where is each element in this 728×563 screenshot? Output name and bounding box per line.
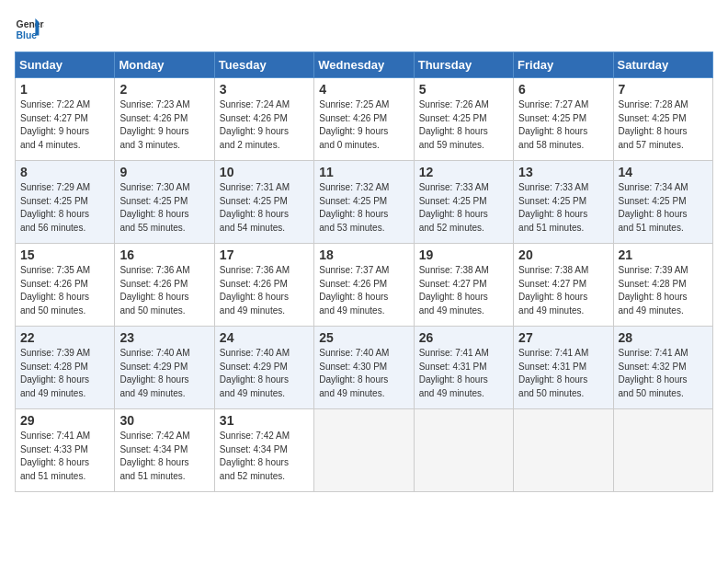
- day-info: Sunrise: 7:41 AM Sunset: 4:33 PM Dayligh…: [20, 430, 109, 483]
- day-number: 2: [119, 82, 209, 97]
- day-info: Sunrise: 7:31 AM Sunset: 4:25 PM Dayligh…: [220, 181, 309, 235]
- day-number: 30: [119, 413, 209, 428]
- day-info: Sunrise: 7:41 AM Sunset: 4:31 PM Dayligh…: [518, 347, 608, 400]
- calendar-cell: 21Sunrise: 7:39 AM Sunset: 4:28 PM Dayli…: [613, 244, 712, 327]
- day-number: 7: [619, 82, 708, 97]
- day-info: Sunrise: 7:23 AM Sunset: 4:26 PM Dayligh…: [119, 98, 209, 152]
- calendar-cell: 28Sunrise: 7:41 AM Sunset: 4:32 PM Dayli…: [613, 327, 712, 409]
- calendar-cell: 5Sunrise: 7:26 AM Sunset: 4:25 PM Daylig…: [414, 78, 513, 161]
- day-info: Sunrise: 7:41 AM Sunset: 4:31 PM Dayligh…: [419, 347, 508, 400]
- day-info: Sunrise: 7:37 AM Sunset: 4:26 PM Dayligh…: [319, 264, 408, 317]
- day-number: 9: [119, 165, 209, 179]
- day-number: 14: [619, 165, 708, 179]
- calendar-week-row: 1Sunrise: 7:22 AM Sunset: 4:27 PM Daylig…: [16, 78, 713, 161]
- calendar-cell: [613, 409, 712, 492]
- weekday-header: Sunday: [16, 52, 115, 78]
- calendar-cell: 23Sunrise: 7:40 AM Sunset: 4:29 PM Dayli…: [115, 327, 214, 409]
- calendar-cell: 1Sunrise: 7:22 AM Sunset: 4:27 PM Daylig…: [16, 78, 115, 161]
- calendar-cell: 29Sunrise: 7:41 AM Sunset: 4:33 PM Dayli…: [16, 409, 115, 492]
- calendar-cell: 6Sunrise: 7:27 AM Sunset: 4:25 PM Daylig…: [514, 78, 613, 161]
- day-number: 10: [220, 165, 309, 179]
- day-number: 24: [220, 330, 309, 345]
- calendar-cell: 24Sunrise: 7:40 AM Sunset: 4:29 PM Dayli…: [214, 327, 313, 409]
- day-info: Sunrise: 7:39 AM Sunset: 4:28 PM Dayligh…: [20, 347, 109, 400]
- calendar-body: 1Sunrise: 7:22 AM Sunset: 4:27 PM Daylig…: [16, 78, 713, 492]
- weekday-header: Saturday: [613, 52, 712, 78]
- day-info: Sunrise: 7:42 AM Sunset: 4:34 PM Dayligh…: [220, 430, 309, 483]
- day-info: Sunrise: 7:36 AM Sunset: 4:26 PM Dayligh…: [220, 264, 309, 317]
- calendar-cell: 31Sunrise: 7:42 AM Sunset: 4:34 PM Dayli…: [214, 409, 313, 492]
- day-number: 11: [319, 165, 408, 179]
- day-info: Sunrise: 7:29 AM Sunset: 4:25 PM Dayligh…: [20, 181, 109, 235]
- calendar-cell: 18Sunrise: 7:37 AM Sunset: 4:26 PM Dayli…: [314, 244, 414, 327]
- day-number: 1: [20, 82, 109, 97]
- day-info: Sunrise: 7:40 AM Sunset: 4:30 PM Dayligh…: [319, 347, 408, 400]
- day-info: Sunrise: 7:22 AM Sunset: 4:27 PM Dayligh…: [20, 98, 109, 152]
- day-number: 20: [518, 247, 608, 262]
- day-info: Sunrise: 7:38 AM Sunset: 4:27 PM Dayligh…: [419, 264, 508, 317]
- day-info: Sunrise: 7:36 AM Sunset: 4:26 PM Dayligh…: [119, 264, 209, 317]
- day-number: 21: [619, 247, 708, 262]
- day-info: Sunrise: 7:41 AM Sunset: 4:32 PM Dayligh…: [619, 347, 708, 400]
- day-info: Sunrise: 7:25 AM Sunset: 4:26 PM Dayligh…: [319, 98, 408, 152]
- weekday-header: Friday: [514, 52, 613, 78]
- day-info: Sunrise: 7:42 AM Sunset: 4:34 PM Dayligh…: [119, 430, 209, 483]
- calendar-cell: 11Sunrise: 7:32 AM Sunset: 4:25 PM Dayli…: [314, 161, 414, 244]
- day-info: Sunrise: 7:39 AM Sunset: 4:28 PM Dayligh…: [619, 264, 708, 317]
- weekday-header: Wednesday: [314, 52, 414, 78]
- day-info: Sunrise: 7:38 AM Sunset: 4:27 PM Dayligh…: [518, 264, 608, 317]
- day-number: 18: [319, 247, 408, 262]
- day-info: Sunrise: 7:30 AM Sunset: 4:25 PM Dayligh…: [119, 181, 209, 235]
- calendar-cell: 17Sunrise: 7:36 AM Sunset: 4:26 PM Dayli…: [214, 244, 313, 327]
- day-number: 23: [119, 330, 209, 345]
- calendar-cell: 3Sunrise: 7:24 AM Sunset: 4:26 PM Daylig…: [214, 78, 313, 161]
- day-number: 15: [20, 247, 109, 262]
- calendar-cell: 30Sunrise: 7:42 AM Sunset: 4:34 PM Dayli…: [115, 409, 214, 492]
- day-number: 26: [419, 330, 508, 345]
- weekday-header: Tuesday: [214, 52, 313, 78]
- day-info: Sunrise: 7:32 AM Sunset: 4:25 PM Dayligh…: [319, 181, 408, 235]
- day-info: Sunrise: 7:27 AM Sunset: 4:25 PM Dayligh…: [518, 98, 608, 152]
- day-number: 8: [20, 165, 109, 179]
- calendar-cell: 22Sunrise: 7:39 AM Sunset: 4:28 PM Dayli…: [16, 327, 115, 409]
- day-number: 4: [319, 82, 408, 97]
- calendar-table: SundayMondayTuesdayWednesdayThursdayFrid…: [15, 52, 713, 492]
- calendar-cell: [414, 409, 513, 492]
- calendar-cell: 12Sunrise: 7:33 AM Sunset: 4:25 PM Dayli…: [414, 161, 513, 244]
- day-info: Sunrise: 7:40 AM Sunset: 4:29 PM Dayligh…: [220, 347, 309, 400]
- logo-icon: General Blue: [15, 15, 44, 44]
- day-number: 19: [419, 247, 508, 262]
- day-number: 13: [518, 165, 608, 179]
- calendar-week-row: 22Sunrise: 7:39 AM Sunset: 4:28 PM Dayli…: [16, 327, 713, 409]
- calendar-cell: 26Sunrise: 7:41 AM Sunset: 4:31 PM Dayli…: [414, 327, 513, 409]
- day-number: 25: [319, 330, 408, 345]
- day-info: Sunrise: 7:33 AM Sunset: 4:25 PM Dayligh…: [518, 181, 608, 235]
- day-number: 29: [20, 413, 109, 428]
- day-number: 6: [518, 82, 608, 97]
- calendar-header-row: SundayMondayTuesdayWednesdayThursdayFrid…: [16, 52, 713, 78]
- weekday-header: Thursday: [414, 52, 513, 78]
- calendar-cell: 2Sunrise: 7:23 AM Sunset: 4:26 PM Daylig…: [115, 78, 214, 161]
- calendar-cell: 15Sunrise: 7:35 AM Sunset: 4:26 PM Dayli…: [16, 244, 115, 327]
- logo: General Blue: [15, 15, 44, 44]
- calendar-cell: 20Sunrise: 7:38 AM Sunset: 4:27 PM Dayli…: [514, 244, 613, 327]
- calendar-cell: 25Sunrise: 7:40 AM Sunset: 4:30 PM Dayli…: [314, 327, 414, 409]
- calendar-cell: 10Sunrise: 7:31 AM Sunset: 4:25 PM Dayli…: [214, 161, 313, 244]
- calendar-week-row: 15Sunrise: 7:35 AM Sunset: 4:26 PM Dayli…: [16, 244, 713, 327]
- calendar-cell: [514, 409, 613, 492]
- calendar-cell: 13Sunrise: 7:33 AM Sunset: 4:25 PM Dayli…: [514, 161, 613, 244]
- day-info: Sunrise: 7:26 AM Sunset: 4:25 PM Dayligh…: [419, 98, 508, 152]
- day-info: Sunrise: 7:33 AM Sunset: 4:25 PM Dayligh…: [419, 181, 508, 235]
- calendar-cell: 19Sunrise: 7:38 AM Sunset: 4:27 PM Dayli…: [414, 244, 513, 327]
- calendar-cell: 16Sunrise: 7:36 AM Sunset: 4:26 PM Dayli…: [115, 244, 214, 327]
- day-number: 27: [518, 330, 608, 345]
- calendar-week-row: 29Sunrise: 7:41 AM Sunset: 4:33 PM Dayli…: [16, 409, 713, 492]
- day-info: Sunrise: 7:24 AM Sunset: 4:26 PM Dayligh…: [220, 98, 309, 152]
- day-number: 22: [20, 330, 109, 345]
- calendar-week-row: 8Sunrise: 7:29 AM Sunset: 4:25 PM Daylig…: [16, 161, 713, 244]
- calendar-cell: 9Sunrise: 7:30 AM Sunset: 4:25 PM Daylig…: [115, 161, 214, 244]
- day-info: Sunrise: 7:35 AM Sunset: 4:26 PM Dayligh…: [20, 264, 109, 317]
- calendar-cell: 4Sunrise: 7:25 AM Sunset: 4:26 PM Daylig…: [314, 78, 414, 161]
- day-number: 5: [419, 82, 508, 97]
- calendar-cell: [314, 409, 414, 492]
